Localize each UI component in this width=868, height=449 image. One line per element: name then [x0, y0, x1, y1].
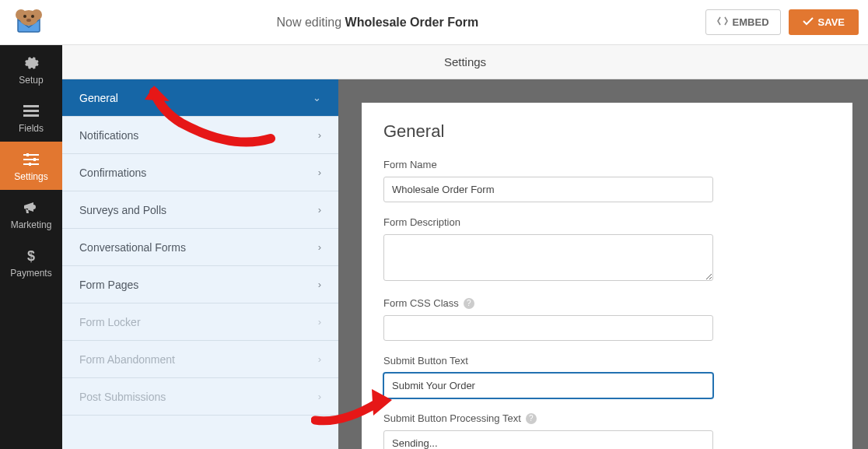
embed-button[interactable]: EMBED: [705, 9, 781, 35]
svg-rect-10: [23, 154, 39, 156]
settings-sidebar: General ⌄ Notifications › Confirmations …: [62, 79, 338, 449]
submit-proc-input[interactable]: [383, 430, 713, 449]
nav-setup[interactable]: Setup: [0, 45, 62, 93]
side-item-notifications[interactable]: Notifications ›: [62, 117, 338, 154]
gear-icon: [23, 54, 40, 72]
editing-title: Now editing Wholesale Order Form: [50, 16, 705, 30]
content-wrap: Settings General ⌄ Notifications › Confi…: [62, 45, 868, 449]
svg-rect-14: [33, 158, 36, 161]
section-title: Settings: [62, 45, 868, 79]
field-submit-text: Submit Button Text: [383, 355, 831, 398]
svg-point-3: [19, 10, 38, 26]
sliders-icon: [23, 151, 40, 168]
nav-setup-label: Setup: [19, 75, 43, 86]
side-item-label: Post Submissions: [79, 391, 166, 403]
panel-heading: General: [383, 121, 831, 142]
field-submit-proc: Submit Button Processing Text ?: [383, 412, 831, 449]
nav-marketing-label: Marketing: [11, 219, 52, 230]
form-name-label: Form Name: [383, 159, 831, 170]
nav-settings-label: Settings: [14, 171, 47, 182]
svg-text:$: $: [27, 248, 35, 264]
submit-text-input[interactable]: [383, 373, 713, 398]
help-icon[interactable]: ?: [464, 298, 474, 309]
form-desc-label: Form Description: [383, 216, 831, 228]
form-css-label-text: Form CSS Class: [383, 297, 459, 309]
side-item-surveys-polls[interactable]: Surveys and Polls ›: [62, 191, 338, 229]
side-item-confirmations[interactable]: Confirmations ›: [62, 154, 338, 191]
left-nav: Setup Fields Settings Marketing $ Paymen…: [0, 45, 62, 449]
save-button[interactable]: SAVE: [789, 9, 859, 35]
svg-rect-9: [23, 114, 39, 117]
dollar-icon: $: [23, 247, 40, 265]
nav-payments-label: Payments: [10, 268, 51, 279]
nav-marketing[interactable]: Marketing: [0, 190, 62, 238]
embed-label: EMBED: [733, 16, 769, 28]
megaphone-icon: [23, 199, 40, 216]
side-item-label: Notifications: [79, 129, 138, 142]
field-form-css: Form CSS Class ?: [383, 297, 831, 341]
side-item-label: General: [79, 92, 118, 104]
field-form-desc: Form Description: [383, 216, 831, 283]
chevron-right-icon: ›: [318, 353, 321, 365]
settings-panel: General Form Name Form Description Form …: [362, 103, 852, 449]
svg-rect-11: [23, 159, 39, 160]
side-item-label: Form Locker: [79, 316, 141, 328]
side-item-form-pages[interactable]: Form Pages ›: [62, 266, 338, 303]
form-css-label: Form CSS Class ?: [383, 297, 831, 309]
check-icon: [803, 16, 814, 28]
side-item-post-submissions[interactable]: Post Submissions ›: [62, 378, 338, 416]
side-item-form-locker[interactable]: Form Locker ›: [62, 303, 338, 341]
code-icon: [717, 16, 728, 28]
app-logo: [8, 5, 50, 40]
editing-form-name: Wholesale Order Form: [345, 16, 479, 29]
top-bar: Now editing Wholesale Order Form EMBED S…: [0, 0, 868, 45]
side-item-form-abandonment[interactable]: Form Abandonment ›: [62, 341, 338, 378]
editing-prefix: Now editing: [276, 16, 345, 29]
submit-proc-label-text: Submit Button Processing Text: [383, 412, 521, 424]
svg-rect-13: [26, 153, 29, 156]
chevron-right-icon: ›: [318, 316, 321, 328]
panel-outer: General Form Name Form Description Form …: [338, 79, 868, 449]
form-desc-input[interactable]: [383, 234, 713, 281]
submit-proc-label: Submit Button Processing Text ?: [383, 412, 831, 424]
chevron-right-icon: ›: [318, 167, 321, 178]
help-icon[interactable]: ?: [526, 413, 537, 424]
chevron-right-icon: ›: [318, 241, 321, 253]
form-css-input[interactable]: [383, 315, 713, 341]
list-icon: [23, 103, 40, 120]
chevron-right-icon: ›: [318, 391, 321, 402]
nav-fields-label: Fields: [19, 123, 44, 134]
side-item-conversational[interactable]: Conversational Forms ›: [62, 229, 338, 266]
side-item-label: Form Abandonment: [79, 353, 175, 366]
svg-rect-7: [23, 105, 39, 107]
svg-point-6: [26, 19, 31, 22]
form-name-input[interactable]: [383, 177, 713, 202]
side-item-label: Surveys and Polls: [79, 204, 166, 216]
save-label: SAVE: [818, 16, 845, 28]
nav-settings[interactable]: Settings: [0, 142, 62, 190]
svg-point-4: [23, 15, 26, 18]
submit-text-label: Submit Button Text: [383, 355, 831, 367]
chevron-right-icon: ›: [318, 279, 321, 290]
field-form-name: Form Name: [383, 159, 831, 202]
side-item-label: Form Pages: [79, 279, 138, 291]
chevron-right-icon: ›: [318, 204, 321, 216]
nav-fields[interactable]: Fields: [0, 93, 62, 142]
side-item-general[interactable]: General ⌄: [62, 79, 338, 117]
svg-point-5: [31, 15, 34, 18]
side-item-label: Confirmations: [79, 167, 146, 179]
app-body: Setup Fields Settings Marketing $ Paymen…: [0, 45, 868, 449]
side-item-label: Conversational Forms: [79, 241, 186, 254]
svg-rect-8: [23, 110, 39, 112]
chevron-right-icon: ›: [318, 129, 321, 141]
columns: General ⌄ Notifications › Confirmations …: [62, 79, 868, 449]
svg-rect-15: [29, 163, 31, 166]
chevron-down-icon: ⌄: [313, 92, 321, 103]
nav-payments[interactable]: $ Payments: [0, 238, 62, 286]
